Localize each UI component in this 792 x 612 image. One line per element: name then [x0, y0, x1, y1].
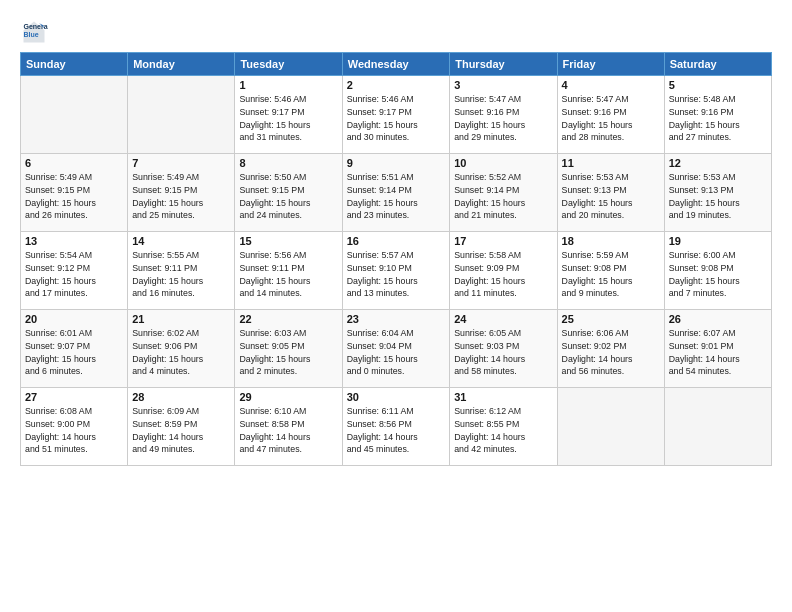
day-info: Sunrise: 5:59 AM Sunset: 9:08 PM Dayligh… [562, 249, 660, 300]
calendar-cell: 15Sunrise: 5:56 AM Sunset: 9:11 PM Dayli… [235, 232, 342, 310]
calendar-header-thursday: Thursday [450, 53, 557, 76]
day-number: 16 [347, 235, 446, 247]
calendar-cell: 26Sunrise: 6:07 AM Sunset: 9:01 PM Dayli… [664, 310, 771, 388]
day-number: 14 [132, 235, 230, 247]
svg-text:General: General [24, 23, 49, 30]
day-info: Sunrise: 6:12 AM Sunset: 8:55 PM Dayligh… [454, 405, 552, 456]
day-number: 19 [669, 235, 767, 247]
day-info: Sunrise: 6:08 AM Sunset: 9:00 PM Dayligh… [25, 405, 123, 456]
day-info: Sunrise: 6:01 AM Sunset: 9:07 PM Dayligh… [25, 327, 123, 378]
calendar-week-1: 1Sunrise: 5:46 AM Sunset: 9:17 PM Daylig… [21, 76, 772, 154]
calendar-cell [664, 388, 771, 466]
day-info: Sunrise: 5:46 AM Sunset: 9:17 PM Dayligh… [347, 93, 446, 144]
calendar-cell: 30Sunrise: 6:11 AM Sunset: 8:56 PM Dayli… [342, 388, 450, 466]
day-number: 9 [347, 157, 446, 169]
day-number: 2 [347, 79, 446, 91]
day-info: Sunrise: 6:03 AM Sunset: 9:05 PM Dayligh… [239, 327, 337, 378]
calendar-cell: 4Sunrise: 5:47 AM Sunset: 9:16 PM Daylig… [557, 76, 664, 154]
calendar-cell: 28Sunrise: 6:09 AM Sunset: 8:59 PM Dayli… [128, 388, 235, 466]
day-info: Sunrise: 5:50 AM Sunset: 9:15 PM Dayligh… [239, 171, 337, 222]
calendar-cell: 25Sunrise: 6:06 AM Sunset: 9:02 PM Dayli… [557, 310, 664, 388]
day-info: Sunrise: 5:49 AM Sunset: 9:15 PM Dayligh… [25, 171, 123, 222]
day-number: 30 [347, 391, 446, 403]
calendar-week-4: 20Sunrise: 6:01 AM Sunset: 9:07 PM Dayli… [21, 310, 772, 388]
calendar-cell [128, 76, 235, 154]
calendar-header-monday: Monday [128, 53, 235, 76]
day-info: Sunrise: 5:57 AM Sunset: 9:10 PM Dayligh… [347, 249, 446, 300]
calendar-table: SundayMondayTuesdayWednesdayThursdayFrid… [20, 52, 772, 466]
day-number: 18 [562, 235, 660, 247]
day-number: 1 [239, 79, 337, 91]
header: General Blue [20, 18, 772, 46]
calendar-cell: 22Sunrise: 6:03 AM Sunset: 9:05 PM Dayli… [235, 310, 342, 388]
day-number: 25 [562, 313, 660, 325]
calendar-cell: 9Sunrise: 5:51 AM Sunset: 9:14 PM Daylig… [342, 154, 450, 232]
day-number: 12 [669, 157, 767, 169]
calendar-cell: 17Sunrise: 5:58 AM Sunset: 9:09 PM Dayli… [450, 232, 557, 310]
calendar-header-wednesday: Wednesday [342, 53, 450, 76]
day-info: Sunrise: 6:11 AM Sunset: 8:56 PM Dayligh… [347, 405, 446, 456]
day-number: 23 [347, 313, 446, 325]
calendar-cell: 2Sunrise: 5:46 AM Sunset: 9:17 PM Daylig… [342, 76, 450, 154]
day-info: Sunrise: 5:51 AM Sunset: 9:14 PM Dayligh… [347, 171, 446, 222]
calendar-cell: 21Sunrise: 6:02 AM Sunset: 9:06 PM Dayli… [128, 310, 235, 388]
day-info: Sunrise: 6:04 AM Sunset: 9:04 PM Dayligh… [347, 327, 446, 378]
calendar-header-row: SundayMondayTuesdayWednesdayThursdayFrid… [21, 53, 772, 76]
day-number: 26 [669, 313, 767, 325]
day-number: 4 [562, 79, 660, 91]
day-info: Sunrise: 5:47 AM Sunset: 9:16 PM Dayligh… [562, 93, 660, 144]
calendar-cell: 1Sunrise: 5:46 AM Sunset: 9:17 PM Daylig… [235, 76, 342, 154]
day-info: Sunrise: 5:55 AM Sunset: 9:11 PM Dayligh… [132, 249, 230, 300]
calendar-cell: 12Sunrise: 5:53 AM Sunset: 9:13 PM Dayli… [664, 154, 771, 232]
calendar-header-sunday: Sunday [21, 53, 128, 76]
calendar-header-tuesday: Tuesday [235, 53, 342, 76]
calendar-cell [21, 76, 128, 154]
calendar-cell: 11Sunrise: 5:53 AM Sunset: 9:13 PM Dayli… [557, 154, 664, 232]
calendar-header-saturday: Saturday [664, 53, 771, 76]
day-info: Sunrise: 5:56 AM Sunset: 9:11 PM Dayligh… [239, 249, 337, 300]
calendar-cell: 13Sunrise: 5:54 AM Sunset: 9:12 PM Dayli… [21, 232, 128, 310]
day-number: 31 [454, 391, 552, 403]
calendar-cell: 8Sunrise: 5:50 AM Sunset: 9:15 PM Daylig… [235, 154, 342, 232]
day-info: Sunrise: 5:49 AM Sunset: 9:15 PM Dayligh… [132, 171, 230, 222]
calendar-cell: 18Sunrise: 5:59 AM Sunset: 9:08 PM Dayli… [557, 232, 664, 310]
calendar-cell [557, 388, 664, 466]
day-number: 29 [239, 391, 337, 403]
day-info: Sunrise: 6:05 AM Sunset: 9:03 PM Dayligh… [454, 327, 552, 378]
logo-icon: General Blue [20, 18, 48, 46]
day-info: Sunrise: 6:09 AM Sunset: 8:59 PM Dayligh… [132, 405, 230, 456]
calendar-cell: 3Sunrise: 5:47 AM Sunset: 9:16 PM Daylig… [450, 76, 557, 154]
day-number: 11 [562, 157, 660, 169]
svg-text:Blue: Blue [24, 31, 39, 38]
day-number: 13 [25, 235, 123, 247]
day-info: Sunrise: 5:58 AM Sunset: 9:09 PM Dayligh… [454, 249, 552, 300]
calendar-cell: 19Sunrise: 6:00 AM Sunset: 9:08 PM Dayli… [664, 232, 771, 310]
day-info: Sunrise: 6:00 AM Sunset: 9:08 PM Dayligh… [669, 249, 767, 300]
calendar-cell: 14Sunrise: 5:55 AM Sunset: 9:11 PM Dayli… [128, 232, 235, 310]
calendar-cell: 29Sunrise: 6:10 AM Sunset: 8:58 PM Dayli… [235, 388, 342, 466]
day-number: 17 [454, 235, 552, 247]
logo: General Blue [20, 18, 52, 46]
day-info: Sunrise: 5:54 AM Sunset: 9:12 PM Dayligh… [25, 249, 123, 300]
calendar-cell: 27Sunrise: 6:08 AM Sunset: 9:00 PM Dayli… [21, 388, 128, 466]
calendar-cell: 24Sunrise: 6:05 AM Sunset: 9:03 PM Dayli… [450, 310, 557, 388]
calendar-cell: 6Sunrise: 5:49 AM Sunset: 9:15 PM Daylig… [21, 154, 128, 232]
day-info: Sunrise: 6:02 AM Sunset: 9:06 PM Dayligh… [132, 327, 230, 378]
day-info: Sunrise: 5:48 AM Sunset: 9:16 PM Dayligh… [669, 93, 767, 144]
day-number: 15 [239, 235, 337, 247]
day-number: 28 [132, 391, 230, 403]
day-number: 8 [239, 157, 337, 169]
day-number: 7 [132, 157, 230, 169]
day-number: 3 [454, 79, 552, 91]
day-info: Sunrise: 5:47 AM Sunset: 9:16 PM Dayligh… [454, 93, 552, 144]
day-info: Sunrise: 6:07 AM Sunset: 9:01 PM Dayligh… [669, 327, 767, 378]
day-info: Sunrise: 6:06 AM Sunset: 9:02 PM Dayligh… [562, 327, 660, 378]
day-number: 20 [25, 313, 123, 325]
day-info: Sunrise: 5:53 AM Sunset: 9:13 PM Dayligh… [669, 171, 767, 222]
calendar-week-2: 6Sunrise: 5:49 AM Sunset: 9:15 PM Daylig… [21, 154, 772, 232]
calendar-cell: 10Sunrise: 5:52 AM Sunset: 9:14 PM Dayli… [450, 154, 557, 232]
day-number: 21 [132, 313, 230, 325]
calendar-cell: 20Sunrise: 6:01 AM Sunset: 9:07 PM Dayli… [21, 310, 128, 388]
day-number: 22 [239, 313, 337, 325]
day-info: Sunrise: 5:53 AM Sunset: 9:13 PM Dayligh… [562, 171, 660, 222]
